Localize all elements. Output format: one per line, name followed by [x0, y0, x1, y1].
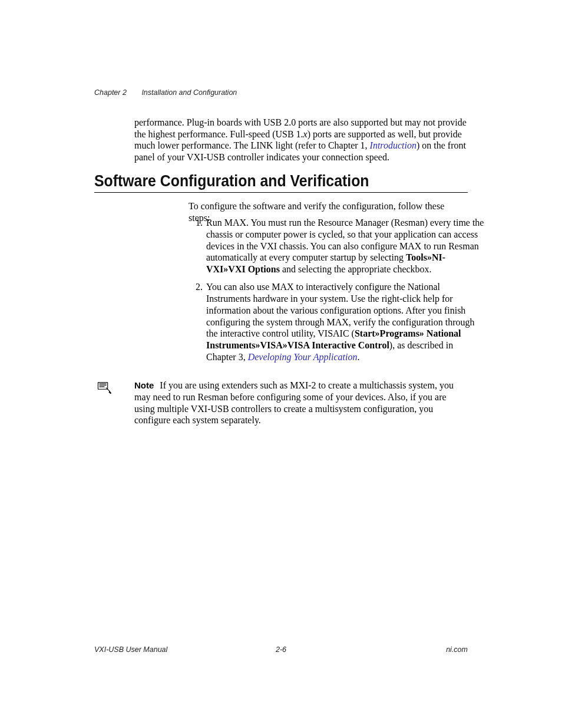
running-header: Chapter 2 Installation and Configuration	[94, 88, 237, 97]
note-body: If you are using extenders such as MXI-2…	[134, 380, 454, 425]
footer-site: ni.com	[446, 645, 468, 654]
intro-usb-x: x	[303, 129, 308, 139]
step-1: Run MAX. You must run the Resource Manag…	[205, 217, 484, 275]
developing-application-link[interactable]: Developing Your Application	[248, 352, 358, 362]
steps-list: Run MAX. You must run the Resource Manag…	[189, 217, 484, 369]
step-2-text-c: .	[357, 352, 359, 362]
note-icon	[97, 381, 112, 394]
introduction-link[interactable]: Introduction	[370, 140, 416, 150]
note-text: NoteIf you are using extenders such as M…	[134, 380, 468, 426]
footer-page-number: 2-6	[94, 645, 468, 654]
section-rule	[94, 192, 468, 193]
intro-paragraph: performance. Plug-in boards with USB 2.0…	[134, 117, 468, 163]
note-block: NoteIf you are using extenders such as M…	[94, 380, 468, 426]
section-heading: Software Configuration and Verification	[94, 172, 369, 190]
note-label: Note	[134, 380, 154, 390]
page: Chapter 2 Installation and Configuration…	[0, 0, 562, 728]
step-2: You can also use MAX to interactively co…	[205, 281, 484, 363]
step-1-text-b: and selecting the appropriate checkbox.	[280, 264, 432, 274]
chapter-title: Installation and Configuration	[141, 88, 237, 97]
chapter-label: Chapter 2	[94, 88, 127, 97]
